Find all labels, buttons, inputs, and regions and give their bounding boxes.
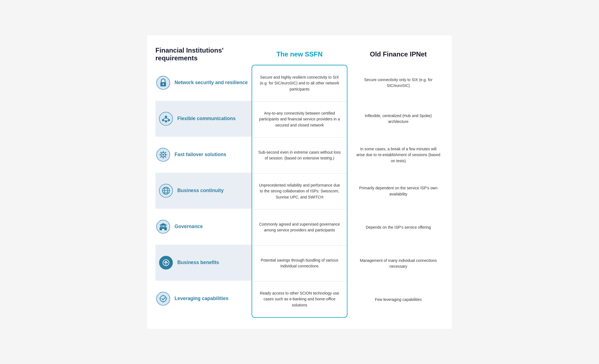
title-row: Financial Institutions' requirements The… bbox=[155, 47, 444, 62]
svg-point-22 bbox=[157, 220, 170, 233]
gear-circle-icon bbox=[155, 147, 171, 162]
left-column: Network security and resilience Flexible… bbox=[155, 65, 252, 318]
upload-circle-icon bbox=[158, 255, 173, 270]
left-row-0: Network security and resilience bbox=[155, 65, 252, 101]
svg-rect-24 bbox=[160, 227, 167, 228]
svg-line-12 bbox=[166, 121, 169, 121]
center-cell-5: Potential savings through bundling of va… bbox=[252, 245, 347, 281]
right-title: Old Finance IPNet bbox=[347, 50, 444, 58]
row-label-5: Business benefits bbox=[177, 260, 219, 265]
left-row-4: Governance bbox=[155, 209, 252, 245]
left-row-6: Leveraging capabilities bbox=[155, 281, 252, 317]
center-cell-6: Ready access to other SCiON technology u… bbox=[252, 281, 347, 317]
center-cell-1: Any-to-any connectivity between certifie… bbox=[252, 101, 347, 137]
row-label-4: Governance bbox=[175, 224, 203, 229]
left-row-5: Business benefits bbox=[155, 245, 252, 281]
svg-point-5 bbox=[165, 116, 167, 118]
svg-rect-26 bbox=[162, 225, 163, 227]
globe-grid-icon bbox=[158, 183, 173, 198]
right-column: Secure connectivity only to SIX (e.g. fo… bbox=[347, 65, 444, 318]
left-row-1: Flexible communications bbox=[155, 101, 252, 137]
right-cell-5: Management of many individual connection… bbox=[353, 245, 444, 282]
center-cell-4: Commonly agreed and supervised governanc… bbox=[252, 209, 347, 245]
svg-rect-25 bbox=[160, 225, 161, 227]
row-label-0: Network security and resilience bbox=[175, 80, 248, 86]
comparison-grid: Network security and resilience Flexible… bbox=[155, 65, 444, 318]
center-title: The new SSFN bbox=[252, 50, 348, 58]
gear-check-icon bbox=[155, 291, 171, 306]
left-title: Financial Institutions' requirements bbox=[155, 47, 252, 62]
svg-rect-27 bbox=[164, 225, 165, 227]
svg-point-15 bbox=[162, 154, 164, 156]
main-container: Financial Institutions' requirements The… bbox=[147, 35, 452, 329]
svg-rect-28 bbox=[165, 225, 166, 227]
network-icon bbox=[158, 111, 173, 126]
lock-icon bbox=[155, 75, 171, 90]
row-label-2: Fast failover solutions bbox=[175, 152, 226, 158]
row-label-3: Business continuity bbox=[177, 188, 224, 193]
right-cell-2: In some cases, a break of a few minutes … bbox=[353, 137, 444, 173]
svg-line-11 bbox=[163, 121, 166, 121]
right-cell-1: Inflexible, centralized (Hub and Spoke) … bbox=[353, 101, 444, 137]
left-row-3: Business continuity bbox=[155, 173, 252, 209]
right-cell-6: Few leveraging capabilities bbox=[353, 282, 444, 318]
right-cell-0: Secure connectivity only to SIX (e.g. fo… bbox=[353, 65, 444, 101]
building-icon bbox=[155, 219, 171, 234]
center-column: Secure and highly resilient connectivity… bbox=[252, 65, 348, 318]
right-cell-4: Depends on the ISP's service offering bbox=[353, 209, 444, 246]
left-row-2: Fast failover solutions bbox=[155, 137, 252, 173]
svg-rect-30 bbox=[162, 229, 164, 230]
center-cell-2: Sub-second even in extreme cases without… bbox=[252, 137, 347, 173]
svg-rect-3 bbox=[163, 84, 163, 85]
row-label-6: Leveraging capabilities bbox=[175, 296, 229, 301]
svg-point-4 bbox=[159, 112, 173, 125]
right-cell-3: Primarily dependent on the service ISP's… bbox=[353, 173, 444, 209]
row-label-1: Flexible communications bbox=[177, 116, 235, 122]
center-cell-3: Unprecedented reliability and performanc… bbox=[252, 173, 347, 209]
center-cell-0: Secure and highly resilient connectivity… bbox=[252, 65, 347, 101]
svg-point-33 bbox=[157, 292, 170, 305]
